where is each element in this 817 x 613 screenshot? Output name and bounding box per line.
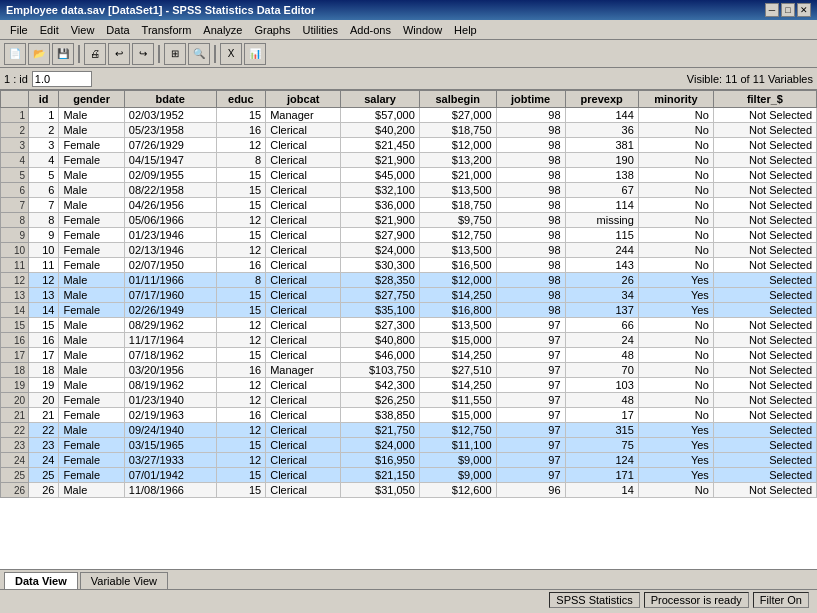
cell-gender[interactable]: Male xyxy=(59,318,124,333)
cell-salbegin[interactable]: $18,750 xyxy=(419,123,496,138)
cell-salary[interactable]: $35,100 xyxy=(341,303,420,318)
cell-bdate[interactable]: 02/13/1946 xyxy=(124,243,216,258)
cell-prevexp[interactable]: 114 xyxy=(565,198,638,213)
cell-bdate[interactable]: 09/24/1940 xyxy=(124,423,216,438)
cell-jobcat[interactable]: Clerical xyxy=(266,183,341,198)
cell-minority[interactable]: No xyxy=(638,123,713,138)
cell-salary[interactable]: $21,900 xyxy=(341,153,420,168)
cell-id[interactable]: 8 xyxy=(29,213,59,228)
cell-prevexp[interactable]: 48 xyxy=(565,348,638,363)
cell-gender[interactable]: Female xyxy=(59,228,124,243)
table-row[interactable]: 1818Male03/20/195616Manager$103,750$27,5… xyxy=(1,363,817,378)
cell-salbegin[interactable]: $15,000 xyxy=(419,333,496,348)
cell-id[interactable]: 3 xyxy=(29,138,59,153)
cell-educ[interactable]: 12 xyxy=(216,453,266,468)
cell-salbegin[interactable]: $12,750 xyxy=(419,228,496,243)
cell-salary[interactable]: $26,250 xyxy=(341,393,420,408)
cell-minority[interactable]: No xyxy=(638,333,713,348)
save-button[interactable]: 💾 xyxy=(52,43,74,65)
cell-salary[interactable]: $16,950 xyxy=(341,453,420,468)
col-gender[interactable]: gender xyxy=(59,91,124,108)
cell-filter_$[interactable]: Not Selected xyxy=(713,213,816,228)
cell-bdate[interactable]: 03/15/1965 xyxy=(124,438,216,453)
cell-minority[interactable]: No xyxy=(638,213,713,228)
cell-educ[interactable]: 15 xyxy=(216,348,266,363)
cell-prevexp[interactable]: 315 xyxy=(565,423,638,438)
cell-educ[interactable]: 12 xyxy=(216,378,266,393)
cell-bdate[interactable]: 02/26/1949 xyxy=(124,303,216,318)
cell-salbegin[interactable]: $14,250 xyxy=(419,378,496,393)
cell-id[interactable]: 10 xyxy=(29,243,59,258)
cell-id[interactable]: 22 xyxy=(29,423,59,438)
cell-educ[interactable]: 15 xyxy=(216,468,266,483)
cell-bdate[interactable]: 02/19/1963 xyxy=(124,408,216,423)
cell-educ[interactable]: 12 xyxy=(216,138,266,153)
cell-minority[interactable]: No xyxy=(638,153,713,168)
cell-educ[interactable]: 16 xyxy=(216,258,266,273)
table-row[interactable]: 1717Male07/18/196215Clerical$46,000$14,2… xyxy=(1,348,817,363)
cell-filter_$[interactable]: Not Selected xyxy=(713,183,816,198)
cell-minority[interactable]: Yes xyxy=(638,423,713,438)
cell-jobtime[interactable]: 97 xyxy=(496,318,565,333)
cell-bdate[interactable]: 07/01/1942 xyxy=(124,468,216,483)
cell-salbegin[interactable]: $13,500 xyxy=(419,243,496,258)
cell-prevexp[interactable]: 34 xyxy=(565,288,638,303)
cell-bdate[interactable]: 08/29/1962 xyxy=(124,318,216,333)
menu-item-analyze[interactable]: Analyze xyxy=(197,22,248,38)
table-row[interactable]: 1919Male08/19/196212Clerical$42,300$14,2… xyxy=(1,378,817,393)
cell-jobtime[interactable]: 98 xyxy=(496,168,565,183)
cell-salbegin[interactable]: $14,250 xyxy=(419,348,496,363)
cell-salbegin[interactable]: $27,000 xyxy=(419,108,496,123)
cell-jobcat[interactable]: Clerical xyxy=(266,318,341,333)
cell-salbegin[interactable]: $12,000 xyxy=(419,273,496,288)
table-row[interactable]: 2626Male11/08/196615Clerical$31,050$12,6… xyxy=(1,483,817,498)
cell-minority[interactable]: No xyxy=(638,483,713,498)
cell-id[interactable]: 7 xyxy=(29,198,59,213)
cell-salbegin[interactable]: $21,000 xyxy=(419,168,496,183)
cell-educ[interactable]: 15 xyxy=(216,228,266,243)
cell-jobcat[interactable]: Manager xyxy=(266,363,341,378)
cell-salbegin[interactable]: $13,500 xyxy=(419,318,496,333)
cell-minority[interactable]: No xyxy=(638,363,713,378)
cell-id[interactable]: 12 xyxy=(29,273,59,288)
cell-jobcat[interactable]: Clerical xyxy=(266,258,341,273)
cell-jobtime[interactable]: 97 xyxy=(496,393,565,408)
cell-bdate[interactable]: 01/23/1940 xyxy=(124,393,216,408)
cell-jobcat[interactable]: Clerical xyxy=(266,138,341,153)
menu-item-data[interactable]: Data xyxy=(100,22,135,38)
cell-salbegin[interactable]: $16,500 xyxy=(419,258,496,273)
table-row[interactable]: 1414Female02/26/194915Clerical$35,100$16… xyxy=(1,303,817,318)
cell-minority[interactable]: No xyxy=(638,408,713,423)
cell-filter_$[interactable]: Not Selected xyxy=(713,363,816,378)
col-filter[interactable]: filter_$ xyxy=(713,91,816,108)
cell-jobtime[interactable]: 97 xyxy=(496,453,565,468)
cell-jobtime[interactable]: 98 xyxy=(496,153,565,168)
close-button[interactable]: ✕ xyxy=(797,3,811,17)
cell-salary[interactable]: $21,150 xyxy=(341,468,420,483)
print-button[interactable]: 🖨 xyxy=(84,43,106,65)
cell-gender[interactable]: Male xyxy=(59,123,124,138)
cell-salary[interactable]: $57,000 xyxy=(341,108,420,123)
cell-educ[interactable]: 15 xyxy=(216,303,266,318)
cell-jobcat[interactable]: Clerical xyxy=(266,393,341,408)
cell-id[interactable]: 25 xyxy=(29,468,59,483)
cell-gender[interactable]: Male xyxy=(59,333,124,348)
cell-bdate[interactable]: 07/26/1929 xyxy=(124,138,216,153)
cell-minority[interactable]: No xyxy=(638,318,713,333)
cell-bdate[interactable]: 05/23/1958 xyxy=(124,123,216,138)
cell-filter_$[interactable]: Not Selected xyxy=(713,153,816,168)
cell-salary[interactable]: $103,750 xyxy=(341,363,420,378)
cell-jobtime[interactable]: 98 xyxy=(496,288,565,303)
cell-salbegin[interactable]: $16,800 xyxy=(419,303,496,318)
cell-gender[interactable]: Female xyxy=(59,303,124,318)
cell-filter_$[interactable]: Not Selected xyxy=(713,318,816,333)
cell-gender[interactable]: Female xyxy=(59,138,124,153)
cell-educ[interactable]: 12 xyxy=(216,318,266,333)
cell-gender[interactable]: Female xyxy=(59,468,124,483)
cell-jobtime[interactable]: 97 xyxy=(496,438,565,453)
cell-bdate[interactable]: 04/26/1956 xyxy=(124,198,216,213)
goto-button[interactable]: ⊞ xyxy=(164,43,186,65)
cell-prevexp[interactable]: 48 xyxy=(565,393,638,408)
cell-jobcat[interactable]: Clerical xyxy=(266,333,341,348)
maximize-button[interactable]: □ xyxy=(781,3,795,17)
